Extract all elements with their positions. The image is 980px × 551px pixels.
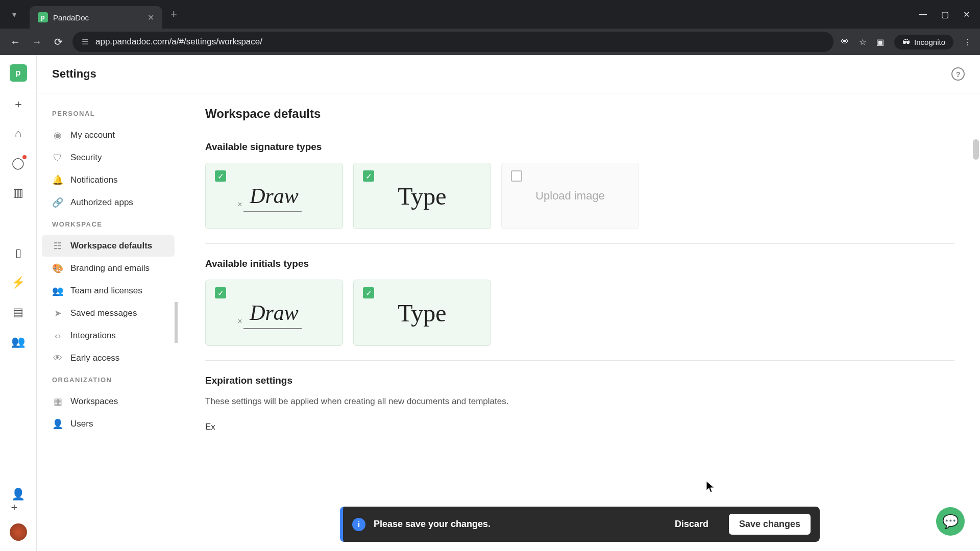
tab-title: PandaDoc: [53, 13, 89, 22]
checkbox-icon[interactable]: ✓: [363, 287, 374, 298]
nav-notifications[interactable]: 🔔Notifications: [42, 169, 175, 191]
sig-option-draw[interactable]: ✓ Draw ×: [205, 163, 343, 229]
code-icon: ‹›: [52, 330, 63, 341]
main-heading: Workspace defaults: [205, 107, 954, 131]
close-tab-icon[interactable]: ✕: [148, 13, 154, 22]
info-icon: i: [352, 518, 365, 531]
checkbox-icon[interactable]: ✓: [215, 287, 226, 298]
nav-my-account[interactable]: ◉My account: [42, 124, 175, 146]
incognito-label: Incognito: [914, 38, 945, 46]
draw-x-mark: ×: [237, 317, 242, 326]
reports-icon[interactable]: ▥: [11, 186, 26, 200]
nav-branding[interactable]: 🎨Branding and emails: [42, 258, 175, 279]
chat-fab[interactable]: 💬: [936, 507, 965, 536]
nav-early-access[interactable]: 👁Early access: [42, 347, 175, 369]
close-icon[interactable]: ✕: [951, 93, 960, 515]
section-signature-types: Available signature types: [205, 141, 954, 153]
checkbox-icon[interactable]: [511, 170, 522, 182]
link-icon: 🔗: [52, 197, 63, 208]
user-avatar[interactable]: [10, 523, 27, 541]
palette-icon: 🎨: [52, 263, 63, 274]
pandadoc-logo[interactable]: p: [10, 64, 27, 82]
section-initials-types: Available initials types: [205, 258, 954, 269]
tab-search-dropdown[interactable]: ▾: [5, 5, 23, 23]
browser-tab-strip: ▾ p PandaDoc ✕ + ― ▢ ✕: [0, 0, 980, 29]
sliders-icon: ☷: [52, 240, 63, 252]
window-controls: ― ▢ ✕: [919, 10, 980, 19]
discard-button[interactable]: Discard: [668, 515, 716, 534]
nav-workspace-defaults[interactable]: ☷Workspace defaults: [42, 235, 175, 257]
users-icon: 👤: [52, 418, 63, 430]
templates-icon[interactable]: ▤: [11, 305, 26, 319]
expires-in-label: Ex: [205, 422, 954, 432]
url-text: app.pandadoc.com/a/#/settings/workspace/: [95, 37, 262, 47]
back-icon[interactable]: ←: [8, 36, 22, 48]
sig-option-upload[interactable]: Upload image: [501, 163, 639, 229]
add-user-icon[interactable]: 👤+: [11, 494, 26, 508]
save-changes-button[interactable]: Save changes: [729, 514, 811, 535]
save-changes-toast: i Please save your changes. Discard Save…: [340, 507, 820, 542]
app-icon-rail: p ＋ ⌂ ◯ ▥ ▯ ⚡ ▤ 👥 👤+: [0, 55, 37, 551]
nav-saved-messages[interactable]: ➤Saved messages: [42, 303, 175, 324]
draw-x-mark: ×: [237, 200, 242, 209]
new-tab-button[interactable]: +: [170, 8, 177, 21]
browser-tab[interactable]: p PandaDoc ✕: [30, 6, 162, 29]
tab-favicon: p: [38, 12, 48, 22]
expiration-description: These settings will be applied when crea…: [205, 396, 954, 407]
address-bar[interactable]: ☰ app.pandadoc.com/a/#/settings/workspac…: [72, 32, 834, 52]
reload-icon[interactable]: ⟳: [51, 36, 65, 48]
checkbox-icon[interactable]: ✓: [363, 170, 374, 182]
documents-icon[interactable]: ▯: [11, 246, 26, 260]
toast-message: Please save your changes.: [374, 519, 659, 530]
nav-section-organization: ORGANIZATION: [42, 370, 180, 390]
nav-users[interactable]: 👤Users: [42, 413, 175, 435]
initials-draw-label: Draw ×: [250, 300, 299, 325]
nav-workspaces[interactable]: ▦Workspaces: [42, 391, 175, 412]
settings-content: Workspace defaults Available signature t…: [180, 93, 980, 551]
send-icon: ➤: [52, 308, 63, 319]
site-settings-icon[interactable]: ☰: [82, 37, 88, 46]
initials-type-label: Type: [398, 299, 446, 327]
create-new-icon[interactable]: ＋: [11, 97, 26, 111]
home-icon[interactable]: ⌂: [11, 127, 26, 141]
browser-toolbar: ← → ⟳ ☰ app.pandadoc.com/a/#/settings/wo…: [0, 29, 980, 55]
section-expiration: Expiration settings: [205, 375, 954, 386]
sidebar-scrollbar[interactable]: [174, 93, 179, 551]
browser-menu-icon[interactable]: ⋮: [964, 37, 972, 47]
minimize-icon[interactable]: ―: [919, 10, 927, 19]
page-title: Settings: [52, 67, 96, 81]
user-icon: ◉: [52, 130, 63, 141]
mouse-cursor: [705, 480, 716, 493]
settings-sidebar: PERSONAL ◉My account 🛡Security 🔔Notifica…: [37, 93, 180, 551]
visibility-off-icon[interactable]: 👁: [841, 37, 849, 46]
incognito-icon: 🕶: [902, 38, 910, 46]
grid-icon: ▦: [52, 396, 63, 407]
content-scrollbar[interactable]: [973, 139, 979, 160]
nav-integrations[interactable]: ‹›Integrations: [42, 325, 175, 346]
initials-option-draw[interactable]: ✓ Draw ×: [205, 280, 343, 346]
sig-type-label: Type: [398, 182, 446, 210]
eye-icon: 👁: [52, 353, 63, 364]
checkbox-icon[interactable]: ✓: [215, 170, 226, 182]
team-icon: 👥: [52, 285, 63, 296]
nav-security[interactable]: 🛡Security: [42, 147, 175, 168]
incognito-badge[interactable]: 🕶 Incognito: [894, 35, 953, 49]
forward-icon[interactable]: →: [30, 36, 44, 48]
shield-icon: 🛡: [52, 152, 63, 163]
sig-option-type[interactable]: ✓ Type: [353, 163, 491, 229]
initials-option-type[interactable]: ✓ Type: [353, 280, 491, 346]
contacts-icon[interactable]: 👥: [11, 335, 26, 349]
automations-icon[interactable]: ⚡: [11, 276, 26, 290]
close-window-icon[interactable]: ✕: [963, 10, 970, 19]
activity-icon[interactable]: ◯: [11, 156, 26, 170]
maximize-icon[interactable]: ▢: [941, 10, 949, 19]
nav-team[interactable]: 👥Team and licenses: [42, 280, 175, 302]
bell-icon: 🔔: [52, 174, 63, 186]
side-panel-icon[interactable]: ▣: [876, 37, 884, 47]
nav-section-personal: PERSONAL: [42, 104, 180, 123]
help-icon[interactable]: ?: [951, 67, 965, 81]
bookmark-icon[interactable]: ☆: [859, 37, 866, 47]
sig-draw-label: Draw ×: [250, 184, 299, 208]
nav-authorized-apps[interactable]: 🔗Authorized apps: [42, 192, 175, 213]
nav-section-workspace: WORKSPACE: [42, 214, 180, 234]
